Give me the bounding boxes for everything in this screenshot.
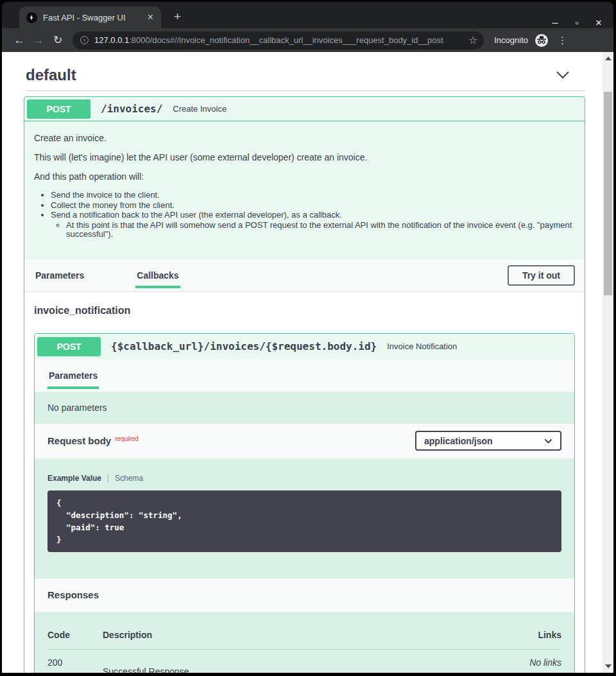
url-host: 127.0.0.1 [94, 35, 129, 45]
request-body-label: Request bodyrequired [47, 435, 139, 446]
endpoint-summary: Create Invoice [173, 104, 227, 114]
list-item-text: Send a notification back to the API user… [51, 210, 342, 220]
request-body-text: Request body [47, 435, 111, 446]
tab-title: Fast API - Swagger UI [43, 13, 145, 22]
back-icon[interactable]: ← [10, 34, 29, 47]
swagger-ui: default POST /invoices/ Create Invoice C… [2, 66, 603, 673]
list-item: At this point is that the API will someh… [66, 221, 575, 239]
model-tabs: Example Value Schema [47, 474, 561, 483]
site-info-icon[interactable]: i [80, 36, 89, 44]
active-tab-underline [135, 286, 180, 288]
chevron-down-icon [544, 438, 552, 444]
parameters-section-header: Parameters [35, 360, 574, 392]
no-parameters-row: No parameters [35, 392, 574, 424]
reload-icon[interactable]: ↻ [48, 33, 67, 47]
section-divider [26, 91, 585, 91]
address-bar[interactable]: i 127.0.0.1:8000/docs#//invoice_notifica… [73, 31, 484, 49]
description-paragraph: And this path operation will: [34, 171, 575, 182]
response-description: Successful Response [103, 657, 504, 673]
tab-label: Parameters [49, 370, 98, 381]
description-list: Send the invoice to the client. Collect … [34, 191, 575, 239]
callback-summary-text: Invoice Notification [387, 342, 457, 351]
responses-table: Code Description Links 200 Successful Re… [35, 612, 574, 673]
callback-name: invoice_notification [34, 305, 575, 316]
list-item: Collect the money from the client. [51, 201, 575, 211]
opblock-tab-row: Parameters Callbacks Try it out [24, 259, 585, 292]
fastapi-favicon-icon [26, 12, 37, 23]
description-paragraph: Create an invoice. [34, 133, 575, 144]
forward-icon[interactable]: → [29, 34, 48, 47]
close-window-icon[interactable]: ✕ [588, 18, 610, 28]
table-row: 200 Successful Response No links [47, 650, 561, 673]
column-header-code: Code [47, 630, 103, 640]
callback-path: {$callback_url}/invoices/{$request.body.… [111, 340, 377, 352]
page-content: default POST /invoices/ Create Invoice C… [2, 52, 613, 673]
close-tab-icon[interactable]: × [145, 12, 156, 22]
incognito-label: Incognito [494, 35, 528, 45]
scroll-up-icon[interactable] [605, 56, 612, 60]
window-controls: ─ ▫ ✕ [544, 17, 610, 28]
tab-example-value[interactable]: Example Value [47, 474, 108, 483]
url-text: 127.0.0.1:8000/docs#//invoice_notificati… [94, 35, 463, 45]
tab-schema[interactable]: Schema [115, 474, 143, 483]
response-links: No links [504, 657, 561, 673]
endpoint-description: Create an invoice. This will (let's imag… [24, 121, 585, 259]
tag-title: default [26, 66, 76, 84]
description-paragraph: This will (let's imagine) let the API us… [34, 152, 575, 163]
responses-header: Responses [35, 578, 574, 612]
tab-parameters-inner[interactable]: Parameters [47, 360, 99, 392]
callbacks-container: invoice_notification POST {$callback_url… [24, 292, 585, 673]
tab-callbacks[interactable]: Callbacks [135, 259, 180, 291]
description-sublist: At this point is that the API will someh… [51, 221, 575, 239]
list-item: Send the invoice to the client. [51, 191, 575, 200]
browser-window: Fast API - Swagger UI × + ─ ▫ ✕ ← → ↻ i … [2, 2, 613, 673]
responses-label: Responses [47, 589, 99, 600]
opblock-invoice-notification: POST {$callback_url}/invoices/{$request.… [34, 333, 575, 673]
opblock-create-invoice: POST /invoices/ Create Invoice Create an… [24, 96, 585, 673]
endpoint-path: /invoices/ [101, 103, 162, 115]
model-example-section: Example Value Schema { "description": "s… [35, 458, 574, 578]
minimize-icon[interactable]: ─ [544, 18, 566, 28]
tab-parameters[interactable]: Parameters [34, 259, 85, 291]
tab-label: Callbacks [137, 270, 178, 281]
scrollbar-thumb[interactable] [604, 92, 612, 295]
content-type-value: application/json [424, 436, 493, 446]
url-path: :8000/docs#//invoice_notification__callb… [129, 35, 443, 45]
maximize-icon[interactable]: ▫ [566, 17, 588, 28]
post-method-badge: POST [27, 100, 90, 119]
column-header-description: Description [103, 630, 504, 640]
browser-toolbar: ← → ↻ i 127.0.0.1:8000/docs#//invoice_no… [2, 28, 613, 52]
column-header-links: Links [504, 630, 561, 640]
callback-summary[interactable]: POST {$callback_url}/invoices/{$request.… [35, 334, 574, 360]
responses-table-header: Code Description Links [47, 630, 561, 650]
browser-tab[interactable]: Fast API - Swagger UI × [19, 6, 161, 28]
tag-section-header[interactable]: default [26, 66, 585, 84]
incognito-icon [535, 33, 549, 48]
post-method-badge: POST [37, 337, 101, 356]
tab-strip: Fast API - Swagger UI × + ─ ▫ ✕ [2, 2, 613, 28]
opblock-summary[interactable]: POST /invoices/ Create Invoice [24, 97, 585, 121]
active-tab-underline [47, 386, 99, 389]
page-scrollbar[interactable] [603, 52, 613, 673]
list-item: Send a notification back to the API user… [51, 211, 575, 239]
scroll-down-icon[interactable] [605, 664, 612, 668]
bookmark-star-icon[interactable]: ☆ [468, 34, 477, 46]
tab-label: Parameters [35, 270, 84, 281]
required-badge: required [115, 435, 139, 442]
no-parameters-text: No parameters [47, 403, 107, 413]
request-body-header: Request bodyrequired application/json [35, 424, 574, 458]
response-code: 200 [47, 657, 103, 673]
new-tab-icon[interactable]: + [170, 10, 185, 24]
collapse-chevron-icon[interactable] [556, 71, 570, 80]
content-type-select[interactable]: application/json [415, 431, 561, 451]
browser-menu-icon[interactable]: ⋮ [558, 35, 567, 46]
try-it-out-button[interactable]: Try it out [508, 265, 575, 286]
example-code-block: { "description": "string", "paid": true … [47, 490, 561, 552]
